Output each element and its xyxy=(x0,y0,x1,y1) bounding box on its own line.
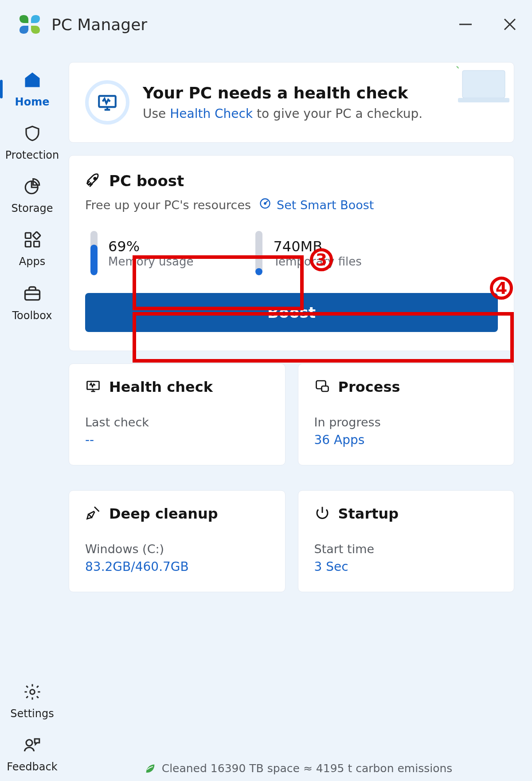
sidebar-item-apps[interactable]: Apps xyxy=(0,223,64,276)
main-content: Your PC needs a health check Use Health … xyxy=(64,49,532,781)
health-check-icon xyxy=(85,378,101,396)
health-check-title: Health check xyxy=(109,379,213,395)
close-button[interactable] xyxy=(501,16,519,33)
shield-icon xyxy=(23,124,42,144)
title-left: PC Manager xyxy=(18,12,147,36)
memory-gauge-icon xyxy=(90,231,98,275)
health-ring-icon xyxy=(85,80,129,125)
sidebar-item-label: Apps xyxy=(19,255,45,268)
set-smart-boost-link[interactable]: Set Smart Boost xyxy=(259,197,374,212)
health-check-card[interactable]: Health check Last check -- xyxy=(69,363,286,465)
process-label: In progress xyxy=(314,415,498,429)
health-banner-title: Your PC needs a health check xyxy=(143,84,422,102)
sidebar: Home Protection Storage Apps Toolbox xyxy=(0,49,64,781)
health-sub-suffix: to give your PC a checkup. xyxy=(253,106,422,121)
sidebar-item-label: Settings xyxy=(10,707,54,720)
deep-cleanup-title: Deep cleanup xyxy=(109,505,218,522)
svg-point-17 xyxy=(94,177,96,180)
gear-icon xyxy=(23,683,42,703)
svg-rect-5 xyxy=(25,242,31,247)
smart-boost-label: Set Smart Boost xyxy=(277,198,374,212)
card-grid-row-2: Deep cleanup Windows (C:) 83.2GB/460.7GB… xyxy=(69,490,514,605)
apps-icon xyxy=(23,230,42,251)
health-sub-prefix: Use xyxy=(143,106,170,121)
pc-boost-subtitle: Free up your PC's resources xyxy=(85,198,251,212)
health-check-link[interactable]: Health Check xyxy=(170,106,253,121)
rocket-icon xyxy=(85,172,102,190)
health-check-value: -- xyxy=(85,433,269,447)
startup-card[interactable]: Startup Start time 3 Sec xyxy=(298,490,515,592)
power-icon xyxy=(314,505,330,523)
svg-point-10 xyxy=(30,690,35,695)
deep-cleanup-value: 83.2GB/460.7GB xyxy=(85,559,269,574)
leaf-icon xyxy=(144,762,156,775)
temp-label: Temporary files xyxy=(273,255,361,268)
laptop-decoration-icon xyxy=(447,62,514,111)
footer-status-text: Cleaned 16390 TB space ≈ 4195 t carbon e… xyxy=(162,762,453,775)
feedback-icon xyxy=(23,736,42,756)
boost-metrics: 69% Memory usage 740MB Temporary files xyxy=(85,227,498,293)
process-card[interactable]: Process In progress 36 Apps xyxy=(298,363,515,465)
sidebar-item-label: Feedback xyxy=(7,761,57,773)
svg-rect-6 xyxy=(34,242,39,247)
window-controls xyxy=(457,16,519,33)
temp-gauge-icon xyxy=(255,231,262,275)
health-check-label: Last check xyxy=(85,415,269,429)
memory-label: Memory usage xyxy=(108,255,193,268)
startup-title: Startup xyxy=(338,505,399,522)
svg-rect-7 xyxy=(32,232,40,239)
memory-value: 69% xyxy=(108,238,193,255)
svg-rect-4 xyxy=(25,233,31,238)
sidebar-item-storage[interactable]: Storage xyxy=(0,169,64,223)
boost-button[interactable]: Boost xyxy=(85,293,498,332)
broom-icon xyxy=(85,505,101,523)
svg-rect-24 xyxy=(321,386,328,391)
sidebar-item-settings[interactable]: Settings xyxy=(0,675,64,728)
svg-point-19 xyxy=(264,203,266,204)
health-banner-card[interactable]: Your PC needs a health check Use Health … xyxy=(69,62,514,143)
minimize-button[interactable] xyxy=(457,16,474,33)
pc-boost-card: PC boost Free up your PC's resources Set… xyxy=(69,155,514,351)
home-icon xyxy=(23,70,42,91)
pc-boost-sub-row: Free up your PC's resources Set Smart Bo… xyxy=(85,197,498,212)
sidebar-item-protection[interactable]: Protection xyxy=(0,116,64,169)
startup-value: 3 Sec xyxy=(314,559,498,574)
sidebar-item-toolbox[interactable]: Toolbox xyxy=(0,276,64,330)
toolbox-icon xyxy=(23,284,42,305)
app-logo-icon xyxy=(18,12,42,36)
sidebar-item-label: Storage xyxy=(12,202,53,215)
pc-boost-title: PC boost xyxy=(109,172,184,190)
pc-boost-header: PC boost xyxy=(85,172,498,190)
deep-cleanup-label: Windows (C:) xyxy=(85,542,269,556)
svg-point-11 xyxy=(26,740,32,746)
process-icon xyxy=(314,378,330,396)
memory-usage-metric: 69% Memory usage xyxy=(90,231,193,275)
sidebar-item-feedback[interactable]: Feedback xyxy=(0,728,64,781)
pie-icon xyxy=(23,177,42,198)
process-title: Process xyxy=(338,379,400,395)
svg-rect-15 xyxy=(462,70,505,98)
sidebar-item-home[interactable]: Home xyxy=(0,62,64,116)
svg-rect-8 xyxy=(25,290,39,300)
sidebar-item-label: Toolbox xyxy=(12,309,52,322)
app-title: PC Manager xyxy=(51,16,147,34)
startup-label: Start time xyxy=(314,542,498,556)
sidebar-item-label: Home xyxy=(15,96,50,108)
sidebar-item-label: Protection xyxy=(5,149,59,161)
card-grid-row-1: Health check Last check -- Process In pr… xyxy=(69,363,514,478)
deep-cleanup-card[interactable]: Deep cleanup Windows (C:) 83.2GB/460.7GB xyxy=(69,490,286,592)
temp-files-metric: 740MB Temporary files xyxy=(255,231,361,275)
process-value: 36 Apps xyxy=(314,433,498,447)
gauge-icon xyxy=(259,197,271,212)
svg-rect-16 xyxy=(458,98,509,102)
titlebar: PC Manager xyxy=(0,0,532,49)
temp-value: 740MB xyxy=(273,238,361,255)
footer-status: Cleaned 16390 TB space ≈ 4195 t carbon e… xyxy=(64,762,532,775)
health-banner-text: Your PC needs a health check Use Health … xyxy=(143,84,422,121)
health-banner-subtitle: Use Health Check to give your PC a check… xyxy=(143,106,422,121)
